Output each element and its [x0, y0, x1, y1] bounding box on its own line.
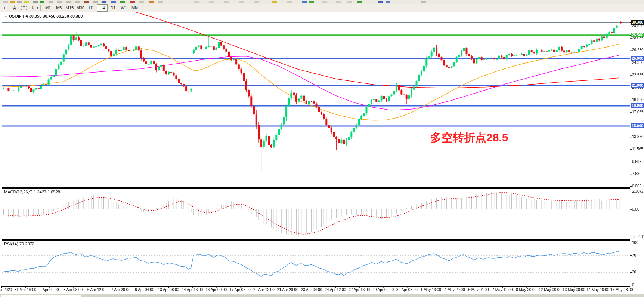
toolbar-separator [40, 5, 41, 11]
price-tick: 24.380 [632, 61, 644, 65]
timeframe-button-MN[interactable]: MN [129, 4, 140, 12]
time-label: 7 May 12:00 [492, 288, 513, 292]
toolbar-icon-fragment[interactable] [378, 1, 383, 3]
toolbar-icon-fragment[interactable] [158, 1, 163, 3]
macd-axis-tick: 2.3072 [632, 189, 644, 193]
toolbar-icon-fragment[interactable] [309, 1, 314, 3]
toolbar-icon-fragment[interactable] [272, 1, 277, 3]
toolbar-icon-fragment[interactable] [239, 1, 244, 3]
timeframe-button-M1[interactable]: M1 [43, 4, 53, 12]
top-toolbar-strip [0, 0, 644, 4]
time-label: 3 Apr 08:00 [64, 288, 83, 292]
time-label: 6 Apr 12:00 [87, 288, 106, 292]
timeframe-button-W1[interactable]: W1 [118, 4, 129, 12]
macd-axis-tick: -3.5484 [632, 235, 644, 239]
timeframe-button-H1[interactable]: H1 [86, 4, 97, 12]
timeframe-button-M5[interactable]: M5 [53, 4, 64, 12]
time-label: 31 Mar 16:00 [14, 288, 36, 292]
time-label: 9 Apr 04:00 [135, 288, 154, 292]
toolbar-icon-fragment[interactable] [57, 1, 62, 3]
price-badge: 25.000 [631, 56, 644, 61]
status-bar [0, 294, 644, 297]
toolbar-icon-fragment[interactable] [3, 1, 8, 3]
time-label: 21 Apr 20:00 [277, 288, 298, 292]
toolbar-separator [142, 5, 142, 11]
toolbar-icon-fragment[interactable] [130, 1, 135, 3]
toolbar-icon-fragment[interactable] [139, 1, 144, 3]
time-label: 1 May 16:00 [421, 288, 441, 292]
price-tick: 11.565 [632, 147, 643, 151]
toolbar-icon-fragment[interactable] [322, 1, 327, 3]
toolbar-icon-fragment[interactable] [75, 1, 80, 3]
price-tick: 6.065 [632, 184, 641, 188]
macd-axis-tick: 0.00 [632, 207, 639, 211]
time-label: 24 Apr 12:00 [325, 288, 346, 292]
time-label: 16 Apr 00:00 [205, 288, 227, 292]
toolbar-icon-fragment[interactable] [66, 1, 71, 3]
rsi-indicator-label: RSI(14) 79.2372 [4, 242, 34, 246]
toolbar-icon-fragment[interactable] [93, 1, 98, 3]
toolbar-icon-fragment[interactable] [421, 1, 426, 3]
price-badge: 30.380 [631, 20, 644, 25]
toolbar-icon-fragment[interactable] [149, 1, 154, 3]
toolbar-icon-fragment[interactable] [84, 1, 89, 3]
time-label: 13 May 08:00 [563, 288, 585, 292]
price-badge: 21.000 [631, 83, 644, 88]
text-label-icon[interactable]: A [10, 5, 19, 11]
toolbar-icon-fragment[interactable] [386, 1, 390, 3]
toolbar-icon-fragment[interactable] [40, 1, 44, 3]
chevron-down-icon[interactable]: ▼ [4, 15, 7, 18]
time-label: 14 Apr 16:00 [182, 288, 203, 292]
time-label: 30 Mar 2020 [0, 288, 12, 292]
toolbar-icon-fragment[interactable] [209, 1, 214, 3]
toolbar-icon-fragment[interactable] [49, 1, 53, 3]
time-label: 30 Apr 08:00 [396, 288, 418, 292]
toolbar: F A T ⇵ ▾ M1M5M15M30H1H4D1W1MN [0, 4, 644, 12]
price-tick: 26.250 [632, 48, 644, 52]
status-profile-box [1, 295, 81, 297]
anchor-grid-icon[interactable]: F [1, 5, 9, 11]
toolbar-icon-fragment[interactable] [287, 1, 292, 3]
time-label: 13 Apr 08:00 [158, 288, 179, 292]
arrow-styles-icon[interactable]: ⇵ [29, 5, 37, 11]
timeframe-button-H4[interactable]: H4 [97, 4, 108, 12]
time-label: 8 May 20:00 [516, 288, 536, 292]
chart-canvas[interactable] [0, 0, 644, 297]
toolbar-icon-fragment[interactable] [336, 1, 341, 3]
price-tick: 17.065 [632, 110, 644, 114]
toolbar-icon-fragment[interactable] [194, 1, 199, 3]
toolbar-icon-fragment[interactable] [10, 1, 15, 3]
time-label: 17 May 23:00 [610, 288, 633, 292]
toolbar-icon-fragment[interactable] [17, 1, 22, 3]
rsi-axis-tick: 100 [632, 241, 638, 245]
rsi-axis-tick: 0 [632, 283, 634, 287]
macd-indicator-label: MACD(12,26,9) 1.3427 1.0528 [4, 190, 60, 194]
toolbar-icon-fragment[interactable] [357, 1, 362, 3]
price-tick: 9.695 [632, 160, 641, 164]
timeframe-button-group: M1M5M15M30H1H4D1W1MN [43, 4, 140, 12]
rsi-axis-tick: 70 [632, 253, 636, 257]
time-label: 6 May 04:00 [468, 288, 489, 292]
toolbar-icon-fragment[interactable] [254, 1, 259, 3]
chart-symbol-title: ▼USOil-,H4 30.350 30.450 30.260 30.380 [4, 14, 83, 18]
timeframe-button-M15[interactable]: M15 [64, 4, 75, 12]
toolbar-icon-fragment[interactable] [120, 1, 125, 3]
time-label: 7 Apr 20:00 [111, 288, 130, 292]
price-tick: 13.380 [632, 135, 644, 139]
price-badge: 28.500 [631, 33, 644, 37]
toolbar-icon-fragment[interactable] [224, 1, 229, 3]
timeframe-button-M30[interactable]: M30 [75, 4, 86, 12]
time-label: 29 Apr 00:00 [372, 288, 394, 292]
text-box-icon[interactable]: T [20, 5, 28, 11]
toolbar-icon-fragment[interactable] [347, 1, 352, 3]
toolbar-icon-fragment[interactable] [102, 1, 106, 3]
toolbar-icon-fragment[interactable] [33, 1, 38, 3]
timeframe-button-D1[interactable]: D1 [108, 4, 118, 12]
time-label: 20 Apr 12:00 [253, 288, 275, 292]
time-label: 17 Apr 08:00 [229, 288, 251, 292]
toolbar-icon-fragment[interactable] [111, 1, 116, 3]
mt4-terminal: F A T ⇵ ▾ M1M5M15M30H1H4D1W1MN ▼USOil-,H… [0, 0, 644, 297]
chevron-down-icon[interactable]: ▾ [37, 6, 38, 10]
toolbar-icon-fragment[interactable] [24, 1, 29, 3]
toolbar-icon-fragment[interactable] [302, 1, 307, 3]
